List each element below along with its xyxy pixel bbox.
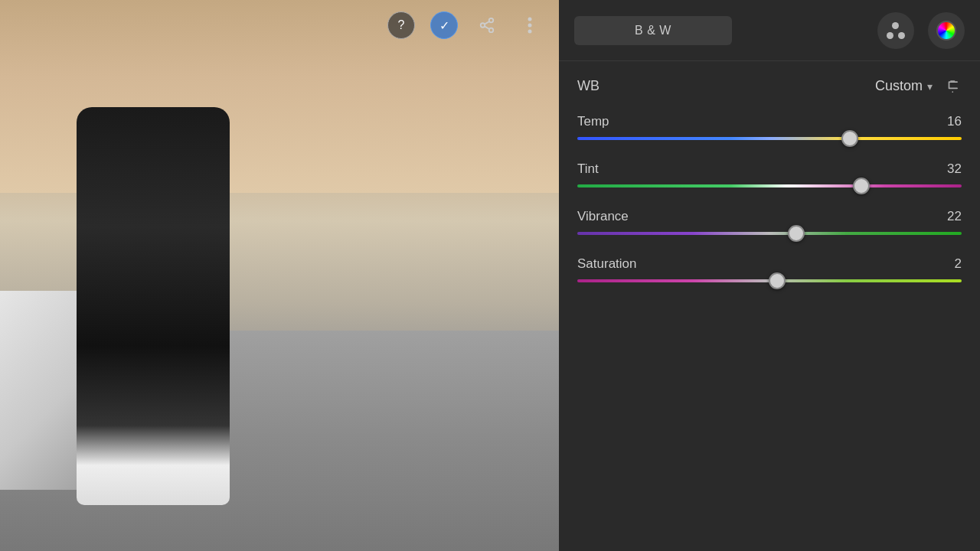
- photo-panel: ? ✓: [0, 0, 559, 551]
- mixer-dot-3: [898, 32, 905, 39]
- share-icon: [479, 17, 495, 34]
- slider-header-vibrance: Vibrance 22: [577, 209, 962, 224]
- bw-button[interactable]: B & W: [574, 16, 732, 45]
- slider-track-tint[interactable]: [577, 184, 962, 187]
- share-button[interactable]: [473, 11, 501, 39]
- more-options-button[interactable]: [516, 11, 544, 39]
- slider-row-vibrance: Vibrance 22: [577, 209, 962, 235]
- eyedropper-icon[interactable]: [942, 74, 966, 99]
- slider-header-saturation: Saturation 2: [577, 256, 962, 272]
- svg-point-7: [528, 30, 532, 34]
- wb-dropdown[interactable]: Custom ▾: [875, 78, 933, 94]
- more-icon: [528, 17, 532, 34]
- controls-area: WB Custom ▾ Temp 16: [559, 61, 980, 551]
- slider-name-temp: Temp: [577, 114, 609, 129]
- slider-value-temp: 16: [939, 114, 962, 129]
- slider-thumb-temp[interactable]: [841, 130, 858, 147]
- slider-header-tint: Tint 32: [577, 161, 962, 177]
- top-bar: B & W: [559, 0, 980, 61]
- svg-point-5: [528, 18, 532, 21]
- chevron-down-icon: ▾: [927, 80, 933, 93]
- wb-row: WB Custom ▾: [577, 77, 962, 96]
- slider-thumb-tint[interactable]: [853, 178, 870, 194]
- help-icon: ?: [398, 18, 405, 32]
- slider-value-vibrance: 22: [939, 209, 962, 224]
- slider-value-saturation: 2: [939, 256, 962, 272]
- wb-label: WB: [577, 78, 623, 94]
- slider-name-saturation: Saturation: [577, 256, 637, 272]
- color-wheel-icon: [936, 21, 956, 41]
- color-wheel-button[interactable]: [928, 12, 965, 49]
- slider-header-temp: Temp 16: [577, 114, 962, 129]
- slider-name-vibrance: Vibrance: [577, 209, 629, 224]
- confirm-button[interactable]: ✓: [430, 11, 458, 39]
- slider-row-temp: Temp 16: [577, 114, 962, 140]
- mixer-dot-2: [887, 32, 893, 39]
- slider-thumb-saturation[interactable]: [769, 272, 786, 289]
- right-panel: B & W WB Custom ▾: [559, 0, 980, 551]
- slider-value-tint: 32: [939, 161, 962, 177]
- mixer-button[interactable]: [877, 12, 914, 49]
- slider-row-tint: Tint 32: [577, 161, 962, 187]
- help-button[interactable]: ?: [387, 11, 415, 39]
- person-subject: [77, 107, 230, 505]
- svg-line-3: [485, 26, 489, 29]
- photo-background: [0, 0, 559, 551]
- svg-point-6: [528, 24, 532, 28]
- slider-track-vibrance[interactable]: [577, 232, 962, 235]
- slider-name-tint: Tint: [577, 161, 599, 177]
- photo-toolbar: ? ✓: [387, 11, 544, 39]
- check-icon: ✓: [439, 18, 449, 33]
- mixer-dot-1: [892, 22, 899, 29]
- slider-track-temp[interactable]: [577, 137, 962, 140]
- mixer-icon: [887, 22, 905, 39]
- slider-thumb-vibrance[interactable]: [788, 225, 805, 242]
- sliders-container: Temp 16 Tint 32 Vibrance 22 Saturation 2: [577, 114, 962, 282]
- svg-line-4: [485, 21, 489, 24]
- slider-track-saturation[interactable]: [577, 279, 962, 282]
- slider-row-saturation: Saturation 2: [577, 256, 962, 282]
- wb-dropdown-label: Custom: [875, 78, 923, 94]
